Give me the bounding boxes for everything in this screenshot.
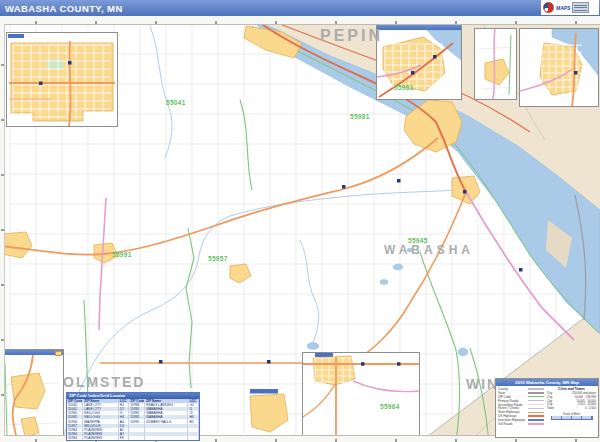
inset-canvas bbox=[1, 355, 63, 439]
grid-tick bbox=[1, 174, 4, 176]
grid-tick bbox=[1, 64, 4, 66]
publisher-logo: MAPS bbox=[541, 0, 599, 15]
grid-tick bbox=[575, 21, 577, 24]
legend-city-row: Town0 - 2,500 bbox=[547, 406, 596, 410]
legend-item-label: Toll Roads bbox=[498, 422, 512, 426]
map-legend: 2016 Wabasha County, MN Map CountyStateZ… bbox=[495, 378, 599, 438]
zip-table-row: 55964PLAINVIEWF8 bbox=[67, 436, 199, 440]
grid-tick bbox=[95, 21, 97, 24]
grid-ruler-left bbox=[0, 24, 5, 436]
page-title: WABASHA COUNTY, MN bbox=[0, 3, 123, 14]
zip-table-cell bbox=[129, 436, 145, 440]
logo-brand-text: MAPS bbox=[556, 5, 570, 11]
legend-title: 2016 Wabasha County, MN Map bbox=[496, 379, 598, 386]
grid-tick bbox=[1, 229, 4, 231]
grid-tick bbox=[275, 21, 277, 24]
grid-tick bbox=[455, 21, 457, 24]
zip-table-cell bbox=[145, 436, 188, 440]
legend-city-range: 0 - 2,500 bbox=[585, 406, 596, 410]
inset-map-top-center bbox=[376, 24, 462, 100]
scale-label: Scale in Miles bbox=[563, 412, 580, 416]
inset-map-top-right-1 bbox=[474, 28, 517, 100]
grid-tick bbox=[215, 21, 217, 24]
legend-item: Toll Roads bbox=[498, 422, 544, 426]
scale-bar bbox=[551, 416, 593, 420]
city-inset-chip bbox=[250, 389, 278, 394]
inset-canvas bbox=[377, 30, 461, 99]
logo-address-block bbox=[572, 2, 589, 13]
legend-line-swatch bbox=[528, 404, 544, 405]
legend-line-swatch bbox=[528, 392, 544, 393]
map-window: WABASHA COUNTY, MN MAPS bbox=[0, 0, 600, 442]
grid-tick bbox=[155, 21, 157, 24]
zip-table-cell: PLAINVIEW bbox=[83, 436, 119, 440]
zip-table-cell bbox=[188, 436, 199, 440]
zip-code-index-table: ZIP Code Index/Grid Locator ZIP CodeZIP … bbox=[66, 392, 200, 441]
zip-table-cell: F8 bbox=[118, 436, 129, 440]
grid-tick bbox=[35, 21, 37, 24]
legend-line-swatch bbox=[528, 400, 544, 401]
zip-table-cell: 55964 bbox=[67, 436, 83, 440]
legend-line-swatch bbox=[528, 412, 544, 413]
legend-line-swatch bbox=[528, 388, 544, 389]
grid-tick bbox=[1, 339, 4, 341]
grid-ruler-top bbox=[0, 16, 600, 25]
legend-symbol-list: CountyStateZIP CodePrimary RoadsSecondar… bbox=[498, 387, 544, 426]
grid-tick bbox=[395, 21, 397, 24]
inset-map-top-left bbox=[6, 32, 118, 127]
legend-line-swatch bbox=[528, 408, 544, 409]
inset-map-bottom-left bbox=[0, 349, 64, 440]
grid-tick bbox=[335, 21, 337, 24]
zip-table-grid: ZIP CodeZIP NameLOCZIP CodeZIP NameLOC 5… bbox=[67, 399, 199, 440]
inset-canvas bbox=[303, 353, 419, 436]
logo-swirl-icon bbox=[543, 2, 554, 13]
grid-tick bbox=[1, 119, 4, 121]
grid-tick bbox=[515, 21, 517, 24]
legend-cities-column: Cities and Towns City250,000 and aboveCi… bbox=[544, 387, 596, 426]
inset-map-top-right-2 bbox=[519, 28, 599, 107]
legend-city-type: Town bbox=[547, 406, 554, 410]
legend-line-swatch bbox=[528, 419, 544, 420]
inset-canvas bbox=[520, 29, 598, 106]
inset-map-bottom-center bbox=[302, 352, 420, 437]
inset-canvas bbox=[7, 33, 117, 126]
title-bar: WABASHA COUNTY, MN bbox=[0, 0, 600, 16]
grid-tick bbox=[1, 284, 4, 286]
legend-line-swatch bbox=[528, 396, 544, 397]
legend-line-swatch bbox=[528, 415, 544, 416]
inset-canvas bbox=[475, 29, 516, 99]
legend-scale: Scale in Miles bbox=[547, 412, 596, 421]
grid-tick bbox=[1, 394, 4, 396]
legend-line-swatch bbox=[528, 423, 544, 424]
